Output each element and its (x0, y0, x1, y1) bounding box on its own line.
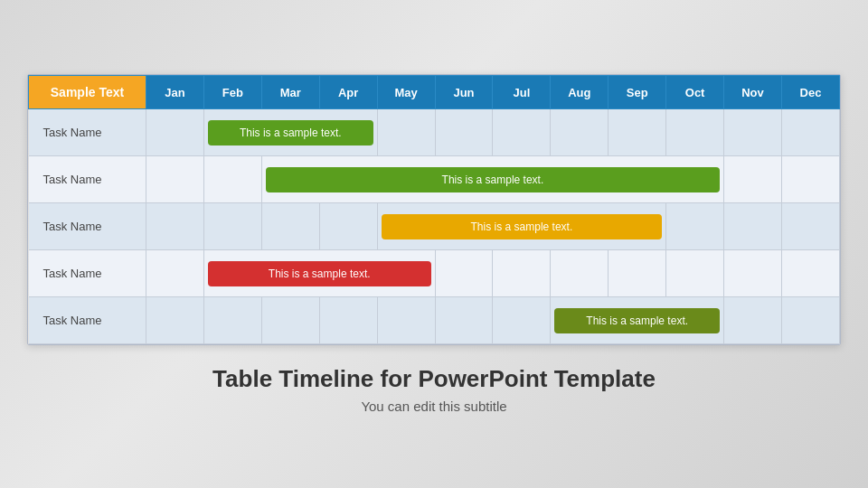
gantt-bar: This is a sample text. (382, 214, 663, 239)
header-aug: Aug (551, 76, 609, 109)
cell (493, 297, 551, 344)
task-label: Task Name (29, 156, 146, 203)
cell (724, 203, 782, 250)
cell: This is a sample text. (203, 109, 377, 156)
header-nov: Nov (724, 76, 782, 109)
cell (146, 250, 204, 297)
cell (146, 203, 204, 250)
header-jun: Jun (435, 76, 493, 109)
cell (781, 203, 839, 250)
cell (781, 156, 839, 203)
table-row: Task Name This is a sample text. (29, 203, 840, 250)
cell (146, 109, 204, 156)
cell (781, 297, 839, 344)
cell (666, 109, 724, 156)
gantt-bar: This is a sample text. (554, 308, 720, 333)
cell (609, 109, 666, 156)
table-row: Task Name This is a sample text. (29, 109, 840, 156)
gantt-table: Sample Text Jan Feb Mar Apr May Jun Jul … (28, 75, 840, 344)
cell (724, 250, 782, 297)
header-oct: Oct (666, 76, 724, 109)
cell (146, 156, 204, 203)
cell (666, 250, 724, 297)
header-dec: Dec (781, 76, 839, 109)
header-feb: Feb (203, 76, 261, 109)
gantt-bar: This is a sample text. (208, 261, 431, 286)
table-row: Task Name This is a sample text. (29, 250, 840, 297)
header-row: Sample Text Jan Feb Mar Apr May Jun Jul … (29, 76, 840, 109)
cell (435, 109, 493, 156)
cell (203, 297, 261, 344)
cell (377, 297, 435, 344)
header-jul: Jul (493, 76, 551, 109)
cell (319, 203, 377, 250)
cell (493, 250, 551, 297)
task-label: Task Name (29, 109, 146, 156)
cell (146, 297, 204, 344)
cell (724, 109, 782, 156)
cell (261, 203, 319, 250)
gantt-bar: This is a sample text. (208, 120, 373, 145)
main-container: Sample Text Jan Feb Mar Apr May Jun Jul … (27, 74, 841, 414)
cell (261, 297, 319, 344)
cell: This is a sample text. (261, 156, 723, 203)
cell: This is a sample text. (551, 297, 724, 344)
header-apr: Apr (319, 76, 377, 109)
header-may: May (377, 76, 435, 109)
table-row: Task Name This is a sample text. (29, 297, 840, 344)
table-row: Task Name This is a sample text. (29, 156, 840, 203)
cell (666, 203, 724, 250)
cell: This is a sample text. (203, 250, 435, 297)
task-label: Task Name (29, 297, 146, 344)
task-label: Task Name (29, 250, 146, 297)
cell (781, 109, 839, 156)
cell (435, 297, 493, 344)
cell (319, 297, 377, 344)
cell (493, 109, 551, 156)
gantt-table-wrapper: Sample Text Jan Feb Mar Apr May Jun Jul … (27, 74, 841, 345)
header-jan: Jan (146, 76, 204, 109)
cell (551, 109, 609, 156)
header-mar: Mar (261, 76, 319, 109)
cell (724, 156, 782, 203)
gantt-bar: This is a sample text. (266, 167, 720, 192)
cell (435, 250, 493, 297)
header-sep: Sep (609, 76, 666, 109)
cell (781, 250, 839, 297)
cell (724, 297, 782, 344)
footer-title: Table Timeline for PowerPoint Template (212, 365, 656, 393)
footer-subtitle: You can edit this subtitle (361, 399, 506, 414)
cell (377, 109, 435, 156)
cell (609, 250, 666, 297)
cell (203, 156, 261, 203)
task-label: Task Name (29, 203, 146, 250)
header-sample-text: Sample Text (29, 76, 146, 109)
cell (551, 250, 609, 297)
cell: This is a sample text. (377, 203, 666, 250)
cell (203, 203, 261, 250)
